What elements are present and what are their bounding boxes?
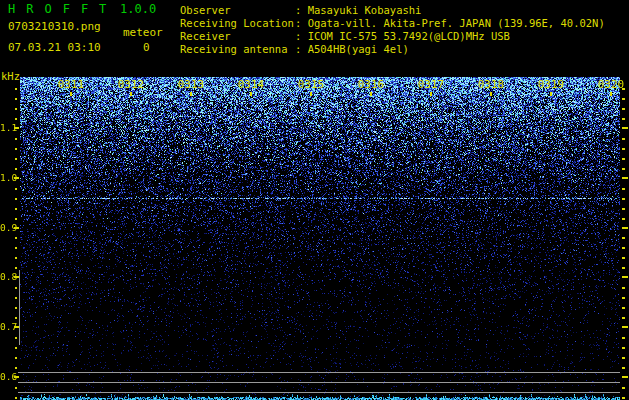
freq-minor-tick-left	[15, 347, 17, 349]
freq-major-tick-right	[622, 227, 628, 229]
freq-minor-tick-left	[15, 357, 17, 359]
freq-minor-tick-left	[15, 188, 17, 190]
minute-tick	[250, 92, 252, 96]
time-label-0318: 0318	[477, 79, 505, 90]
freq-minor-tick-right	[622, 88, 625, 90]
signal-scale-bar	[19, 270, 20, 345]
freq-minor-tick-right	[622, 118, 625, 120]
freq-major-tick-right	[622, 276, 628, 278]
app-version: 1.0.0	[120, 3, 156, 15]
freq-minor-tick-left	[15, 237, 17, 239]
freq-minor-tick-right	[622, 198, 625, 200]
app-title: HROFFT	[8, 3, 117, 15]
freq-minor-tick-right	[622, 257, 625, 259]
output-filename: 0703210310.png	[8, 21, 101, 32]
freq-minor-tick-right	[622, 158, 625, 160]
freq-minor-tick-right	[622, 317, 625, 319]
time-label-0312: 0312	[117, 79, 145, 90]
freq-minor-tick-right	[622, 287, 625, 289]
freq-minor-tick-right	[622, 247, 625, 249]
freq-minor-tick-right	[622, 397, 625, 399]
minute-tick	[490, 92, 492, 96]
time-label-0311: 0311	[57, 79, 85, 90]
info-row-2: Receiver: ICOM IC-575 53.7492(@LCD)MHz U…	[180, 30, 605, 43]
minute-tick	[430, 92, 432, 96]
info-row-3: Receiving antenna: A504HB(yagi 4el)	[180, 43, 605, 56]
minute-tick	[550, 92, 552, 96]
minute-tick	[130, 92, 132, 96]
time-label-0319: 0319	[537, 79, 565, 90]
freq-label-0.7: 0.7	[0, 322, 14, 332]
freq-minor-tick-left	[15, 88, 17, 90]
freq-major-tick-right	[622, 376, 628, 378]
time-label-0313: 0313	[177, 79, 205, 90]
freq-minor-tick-right	[622, 148, 625, 150]
freq-label-0.9: 0.9	[0, 223, 14, 233]
freq-minor-tick-right	[622, 138, 625, 140]
freq-minor-tick-left	[15, 287, 17, 289]
info-label: Receiving antenna	[180, 43, 295, 56]
freq-minor-tick-left	[15, 337, 17, 339]
freq-minor-tick-right	[622, 237, 625, 239]
freq-label-1.1: 1.1	[0, 123, 14, 133]
freq-minor-tick-right	[622, 347, 625, 349]
freq-minor-tick-left	[15, 218, 17, 220]
info-row-1: Receiving Location: Ogata-vill. Akita-Pr…	[180, 17, 605, 30]
freq-major-tick-right	[622, 326, 628, 328]
freq-minor-tick-right	[622, 387, 625, 389]
freq-minor-tick-right	[622, 367, 625, 369]
receiver-info: Observer: Masayuki KobayashiReceiving Lo…	[180, 4, 605, 56]
freq-minor-tick-left	[15, 158, 17, 160]
meteor-count: 0	[143, 42, 150, 53]
freq-minor-tick-left	[15, 247, 17, 249]
freq-minor-tick-left	[15, 387, 17, 389]
freq-minor-tick-left	[15, 198, 17, 200]
time-label-0316: 0316	[357, 79, 385, 90]
freq-minor-tick-right	[622, 208, 625, 210]
freq-minor-tick-right	[622, 188, 625, 190]
freq-major-tick-right	[622, 177, 628, 179]
freq-unit-label: kHz	[1, 71, 20, 82]
info-label: Receiver	[180, 30, 295, 43]
freq-minor-tick-left	[15, 317, 17, 319]
freq-minor-tick-left	[15, 208, 17, 210]
info-row-0: Observer: Masayuki Kobayashi	[180, 4, 605, 17]
freq-minor-tick-left	[15, 168, 17, 170]
info-value: : Ogata-vill. Akita-Pref. JAPAN (139.96E…	[295, 17, 605, 29]
signal-grid-line	[18, 392, 620, 393]
info-label: Observer	[180, 4, 295, 17]
minute-tick	[190, 92, 192, 96]
freq-minor-tick-right	[622, 108, 625, 110]
freq-minor-tick-right	[622, 98, 625, 100]
freq-minor-tick-left	[15, 138, 17, 140]
freq-minor-tick-right	[622, 337, 625, 339]
freq-major-tick-right	[622, 127, 628, 129]
freq-minor-tick-left	[15, 148, 17, 150]
freq-minor-tick-right	[622, 297, 625, 299]
freq-label-0.8: 0.8	[0, 272, 14, 282]
freq-minor-tick-left	[15, 267, 17, 269]
signal-grid-line	[18, 382, 620, 383]
freq-minor-tick-right	[622, 218, 625, 220]
freq-minor-tick-left	[15, 297, 17, 299]
freq-minor-tick-right	[622, 168, 625, 170]
freq-minor-tick-left	[15, 257, 17, 259]
freq-minor-tick-left	[15, 118, 17, 120]
time-label-0320: 0320	[597, 79, 625, 90]
datetime-label: 07.03.21 03:10	[8, 42, 101, 53]
time-label-0315: 0315	[297, 79, 325, 90]
spectrogram-canvas	[20, 77, 620, 400]
freq-minor-tick-right	[622, 267, 625, 269]
time-label-0317: 0317	[417, 79, 445, 90]
freq-minor-tick-left	[15, 108, 17, 110]
signal-grid-line	[18, 372, 620, 373]
info-value: : ICOM IC-575 53.7492(@LCD)MHz USB	[295, 30, 510, 42]
hrofft-window: HROFFT 1.0.0 0703210310.png meteor 07.03…	[0, 0, 629, 400]
freq-label-1.0: 1.0	[0, 173, 14, 183]
time-label-0314: 0314	[237, 79, 265, 90]
minute-tick	[610, 92, 612, 96]
freq-minor-tick-right	[622, 307, 625, 309]
freq-minor-tick-left	[15, 98, 17, 100]
info-value: : A504HB(yagi 4el)	[295, 43, 409, 55]
freq-minor-tick-left	[15, 367, 17, 369]
